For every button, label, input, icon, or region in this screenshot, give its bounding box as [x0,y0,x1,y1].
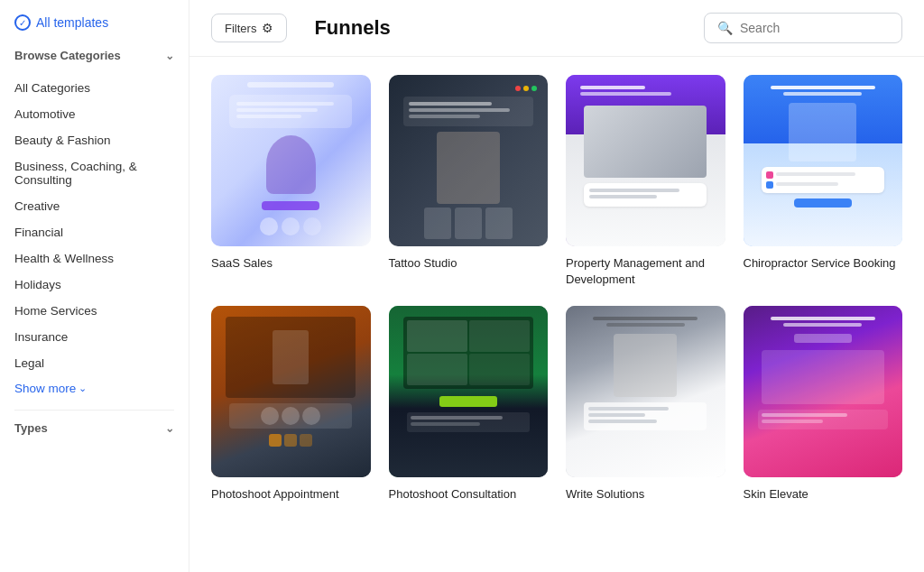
category-item[interactable]: Financial [14,219,174,245]
category-list: All Categories Automotive Beauty & Fashi… [14,75,174,376]
all-templates-link[interactable]: All templates [14,14,174,31]
template-thumb-photoshoot-appointment [211,306,371,477]
template-name-saas-sales: SaaS Sales [211,255,371,272]
template-thumb-photoshoot-consultation [389,306,549,477]
category-item[interactable]: Health & Wellness [14,245,174,272]
template-thumb-write-solutions [566,306,725,477]
category-item[interactable]: Holidays [14,272,174,298]
template-card-photoshoot-appointment[interactable]: Photoshoot Appointment [211,306,371,503]
search-box[interactable]: 🔍 [704,13,902,43]
template-name-photoshoot-appointment: Photoshoot Appointment [211,486,371,503]
category-item[interactable]: Legal [14,350,174,376]
chevron-down-small-icon: ⌄ [79,383,87,394]
types-chevron-icon: ⌄ [165,422,174,435]
templates-content: SaaS Sales [189,57,924,572]
template-thumb-property-management [566,75,725,246]
category-item[interactable]: Insurance [14,324,174,350]
template-name-property-management: Property Management and Development [566,255,725,288]
browse-categories-toggle[interactable]: Browse Categories ⌄ [14,49,174,62]
search-input[interactable] [740,21,889,35]
show-more-label: Show more [14,382,76,395]
all-templates-icon [14,14,31,31]
template-thumb-saas-sales [211,75,371,246]
template-card-photoshoot-consultation[interactable]: Photoshoot Consultation [389,306,549,503]
show-more-button[interactable]: Show more ⌄ [14,382,174,395]
template-card-skin-elevate[interactable]: Skin Elevate [744,306,903,503]
category-item[interactable]: Automotive [14,101,174,127]
template-name-tattoo-studio: Tattoo Studio [389,255,549,272]
template-name-write-solutions: Write Solutions [566,486,725,503]
category-item[interactable]: Business, Coaching, & Consulting [14,153,174,193]
filter-icon: ⚙ [262,21,273,35]
template-name-chiropractor: Chiropractor Service Booking [744,255,903,272]
templates-grid: SaaS Sales [211,75,902,503]
types-section-toggle[interactable]: Types ⌄ [14,410,174,435]
filter-label: Filters [225,22,256,35]
search-icon: 🔍 [717,21,733,35]
page-title: Funnels [314,16,390,40]
header: Filters ⚙ Funnels 🔍 [189,0,924,57]
category-item[interactable]: All Categories [14,75,174,101]
browse-categories-label: Browse Categories [14,49,121,62]
category-item[interactable]: Beauty & Fashion [14,127,174,153]
template-card-property-management[interactable]: Property Management and Development [566,75,725,288]
sidebar: All templates Browse Categories ⌄ All Ca… [0,0,189,572]
types-label: Types [14,421,48,435]
category-item[interactable]: Creative [14,193,174,219]
category-item[interactable]: Home Services [14,298,174,324]
template-card-tattoo-studio[interactable]: Tattoo Studio [389,75,549,288]
chevron-down-icon: ⌄ [165,50,174,62]
template-thumb-skin-elevate [744,306,903,477]
all-templates-label: All templates [36,15,108,30]
template-card-saas-sales[interactable]: SaaS Sales [211,75,371,288]
template-card-write-solutions[interactable]: Write Solutions [566,306,725,503]
header-left: Filters ⚙ Funnels [211,14,391,42]
template-name-skin-elevate: Skin Elevate [744,486,903,503]
template-thumb-chiropractor [744,75,903,246]
template-thumb-tattoo-studio [389,75,549,246]
template-name-photoshoot-consultation: Photoshoot Consultation [389,486,549,503]
template-card-chiropractor[interactable]: Chiropractor Service Booking [744,75,903,288]
main-content: Filters ⚙ Funnels 🔍 [189,0,924,572]
filters-button[interactable]: Filters ⚙ [211,14,287,42]
